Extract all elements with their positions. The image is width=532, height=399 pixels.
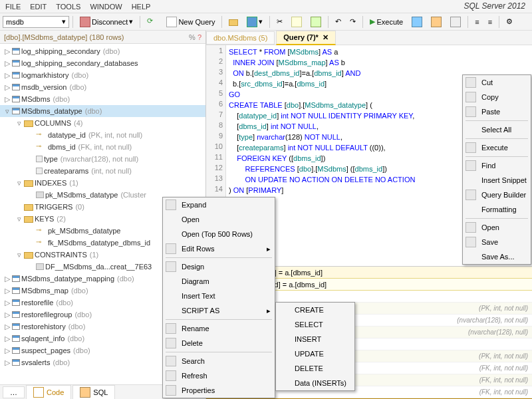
copy-button[interactable]	[288, 15, 305, 29]
editor-context-menu[interactable]: CutCopyPasteSelect AllExecuteFindInsert …	[462, 74, 531, 265]
menu-item[interactable]: Properties	[163, 383, 275, 398]
tree-node[interactable]: createparams(int, not null)	[0, 165, 205, 177]
menu-item[interactable]: Cut	[463, 75, 531, 90]
expand-toggle[interactable]: ▷	[3, 311, 12, 319]
tree-node[interactable]: ▷MSdbms(dbo)	[0, 93, 205, 105]
sidebar-help[interactable]: ?	[198, 33, 201, 41]
tree-node[interactable]: ▷log_shipping_secondary(dbo)	[0, 45, 205, 57]
menu-item[interactable]: Select All	[463, 122, 531, 137]
menu-item[interactable]: Save	[463, 235, 531, 249]
menu-item[interactable]: Diagram	[163, 274, 275, 289]
expand-toggle[interactable]: ▷	[3, 71, 12, 80]
menu-help[interactable]: HELP	[132, 3, 151, 11]
tab-ellipsis[interactable]: …	[3, 386, 25, 398]
indent-left-button[interactable]: ≡	[471, 15, 482, 29]
menu-edit[interactable]: EDIT	[30, 3, 47, 11]
disconnect-button[interactable]: Disconnect ▾	[76, 15, 136, 29]
expand-toggle[interactable]: ▷	[3, 95, 12, 104]
menu-item[interactable]: Open (Top 500 Rows)	[163, 227, 275, 241]
expand-toggle[interactable]: ▿	[15, 215, 24, 223]
menu-item[interactable]: SELECT	[276, 317, 354, 332]
tree-node[interactable]: ⊸datatype_id(PK, int, not null)	[0, 129, 205, 141]
settings-button[interactable]: ⚙	[503, 15, 516, 29]
menu-item[interactable]: Paste	[463, 104, 531, 119]
menu-tools[interactable]: TOOLS	[56, 3, 80, 11]
cut-button[interactable]: ✂	[273, 15, 286, 29]
tree-node[interactable]: ▿MSdbms_datatype(dbo)	[0, 105, 205, 117]
expand-toggle[interactable]: ▷	[3, 334, 12, 343]
expand-toggle[interactable]: ▿	[15, 179, 24, 188]
close-icon[interactable]: ✕	[323, 33, 329, 42]
table-context-menu[interactable]: ExpandOpenOpen (Top 500 Rows)Edit Rows▸D…	[162, 197, 275, 398]
tree-node[interactable]: ▷msdb_version(dbo)	[0, 81, 205, 93]
tab-sql[interactable]: SQL	[72, 385, 115, 400]
table-icon	[12, 323, 20, 330]
menu-item[interactable]: Query Builder	[463, 188, 531, 202]
expand-toggle[interactable]: ▷	[3, 323, 12, 331]
menu-item[interactable]: DELETE	[276, 361, 354, 376]
tree-node[interactable]: ⊸dbms_id(FK, int, not null)	[0, 141, 205, 153]
menu-item-label: SCRIPT AS	[182, 307, 219, 315]
expand-toggle[interactable]: ▷	[3, 299, 12, 307]
menu-item[interactable]: Search	[163, 354, 275, 368]
editor-tab-query[interactable]: Query (7)* ✕	[276, 31, 336, 45]
tool-icon-2[interactable]	[428, 15, 445, 29]
tree-label: fk_MSdbms_datatype_dbms_id	[48, 239, 150, 247]
expand-toggle[interactable]: ▷	[3, 275, 12, 283]
expand-toggle[interactable]: ▷	[3, 287, 12, 295]
menu-item[interactable]: Formatting	[463, 202, 531, 217]
menu-item[interactable]: Insert Text	[163, 289, 275, 303]
new-query-button[interactable]: New Query	[163, 15, 218, 29]
tab-code[interactable]: Code	[26, 385, 71, 400]
menu-item[interactable]: Open	[163, 212, 275, 227]
expand-toggle[interactable]: ▿	[3, 107, 12, 116]
indent-right-button[interactable]: ≡	[485, 15, 495, 29]
menu-item[interactable]: CREATE	[276, 303, 354, 317]
menu-item[interactable]: UPDATE	[276, 346, 354, 361]
tree-node[interactable]: type(nvarchar(128), not null)	[0, 153, 205, 165]
tree-node[interactable]: ▷log_shipping_secondary_databases	[0, 57, 205, 69]
menu-file[interactable]: FILE	[5, 3, 21, 11]
redo-button[interactable]: ↷	[346, 15, 359, 29]
menu-item[interactable]: INSERT	[276, 332, 354, 346]
expand-toggle[interactable]: ▷	[3, 358, 12, 367]
expand-toggle[interactable]: ▿	[15, 251, 24, 259]
menu-item[interactable]: Delete	[163, 336, 275, 350]
menu-item[interactable]: Save As...	[463, 249, 531, 264]
menu-item[interactable]: Execute	[463, 140, 531, 155]
menu-window[interactable]: WINDOW	[90, 3, 122, 11]
open-button[interactable]	[225, 15, 241, 29]
paste-button[interactable]	[307, 15, 325, 29]
tree-node[interactable]: ▿COLUMNS(4)	[0, 117, 205, 129]
menu-item[interactable]: Design	[163, 259, 275, 274]
save-button[interactable]: ▾	[243, 15, 266, 29]
tool-icon-3[interactable]	[447, 15, 464, 29]
menu-item[interactable]: Refresh	[163, 368, 275, 383]
expand-toggle[interactable]: ▷	[3, 83, 12, 92]
expand-toggle[interactable]: ▷	[3, 59, 12, 68]
menu-item[interactable]: Expand	[163, 198, 275, 212]
menu-item[interactable]: SCRIPT AS▸	[163, 303, 275, 318]
menu-item[interactable]: Copy	[463, 90, 531, 104]
menu-item[interactable]: Open	[463, 220, 531, 235]
tool-icon-1[interactable]	[408, 15, 426, 29]
refresh-button[interactable]: ⟳	[144, 15, 161, 29]
menu-item[interactable]: Edit Rows▸	[163, 241, 275, 256]
menu-item-label: Open (Top 500 Rows)	[182, 230, 253, 238]
expand-toggle[interactable]: ▿	[15, 119, 24, 128]
menu-item[interactable]: Insert Snippet	[463, 173, 531, 188]
undo-button[interactable]: ↶	[332, 15, 344, 29]
scriptas-submenu[interactable]: CREATESELECTINSERTUPDATEDELETEData (INSE…	[275, 302, 355, 391]
database-selector[interactable]: msdb ▾	[3, 16, 69, 28]
editor-tab-msdbms[interactable]: dbo.MSdbms (5)	[206, 31, 275, 45]
sidebar-pct[interactable]: %	[189, 33, 196, 41]
menu-item[interactable]: Data (INSERTs)	[276, 376, 354, 390]
menu-item[interactable]: Find	[463, 158, 531, 173]
tree-node[interactable]: ▿INDEXES(1)	[0, 177, 205, 189]
menu-item[interactable]: Rename	[163, 321, 275, 336]
new-query-icon	[166, 17, 177, 27]
expand-toggle[interactable]: ▷	[3, 346, 12, 355]
expand-toggle[interactable]: ▷	[3, 47, 12, 56]
execute-button[interactable]: ▶ Execute	[366, 15, 406, 29]
tree-node[interactable]: ▷logmarkhistory(dbo)	[0, 69, 205, 81]
